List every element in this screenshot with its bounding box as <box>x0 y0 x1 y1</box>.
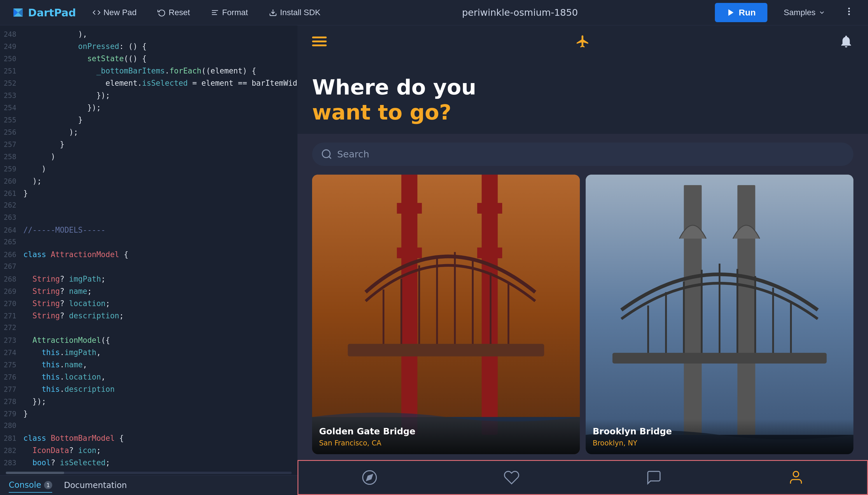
cards-scroll-fade <box>856 175 868 460</box>
phone-bell-icon[interactable] <box>839 34 853 51</box>
code-line: 257 } <box>0 138 298 151</box>
editor-panel: 248 ),249 onPressed: () {250 setState(()… <box>0 25 298 495</box>
code-line: 269 String? name; <box>0 285 298 297</box>
code-line: 279} <box>0 408 298 420</box>
code-line: 259 ) <box>0 163 298 175</box>
code-line: 270 String? location; <box>0 297 298 310</box>
code-line: 268 String? imgPath; <box>0 273 298 285</box>
code-line: 277 this.description <box>0 383 298 396</box>
card-golden-gate[interactable]: Golden Gate Bridge San Francisco, CA <box>312 175 580 454</box>
format-icon <box>211 8 219 17</box>
install-sdk-button[interactable]: Install SDK <box>264 5 325 19</box>
svg-rect-18 <box>482 175 498 435</box>
card-brooklyn-title: Brooklyn Bridge <box>592 426 847 437</box>
svg-rect-17 <box>401 175 417 435</box>
logo: DartPad <box>12 6 76 19</box>
golden-gate-image <box>312 175 580 454</box>
destination-cards: Golden Gate Bridge San Francisco, CA <box>298 175 868 460</box>
code-icon <box>93 8 101 17</box>
nav-chat[interactable] <box>642 466 666 489</box>
code-line: 264//-----MODELS----- <box>0 224 298 236</box>
code-line: 248 ), <box>0 28 298 40</box>
topbar: DartPad New Pad Reset Format Install SDK <box>0 0 868 25</box>
code-line: 272 <box>0 322 298 335</box>
horizontal-scrollbar[interactable] <box>0 471 298 475</box>
code-line: 263 <box>0 212 298 224</box>
phone-topbar <box>298 25 868 60</box>
code-line: 276 this.location, <box>0 371 298 383</box>
code-line: 260 ); <box>0 175 298 187</box>
code-line: 274 this.imgPath, <box>0 347 298 359</box>
nav-user[interactable] <box>784 466 807 489</box>
reset-icon <box>157 8 166 17</box>
main-content: 248 ),249 onPressed: () {250 setState(()… <box>0 25 868 495</box>
code-line: 271 String? description; <box>0 310 298 322</box>
play-icon <box>727 8 735 17</box>
samples-button[interactable]: Samples <box>779 5 830 19</box>
brooklyn-image <box>586 175 853 454</box>
download-icon <box>269 8 277 17</box>
nav-compass[interactable] <box>358 466 381 489</box>
preview-panel: Where do you want to go? Search <box>298 25 868 495</box>
run-button[interactable]: Run <box>715 3 767 22</box>
svg-point-14 <box>322 150 330 158</box>
svg-rect-13 <box>312 44 327 46</box>
svg-point-49 <box>793 472 799 477</box>
svg-point-10 <box>848 13 850 15</box>
dartpad-logo-icon <box>12 6 24 19</box>
phone-search-bar[interactable]: Search <box>312 142 853 166</box>
chevron-down-icon <box>818 9 825 16</box>
code-line: 280 <box>0 420 298 432</box>
search-placeholder: Search <box>337 149 369 160</box>
tab-console[interactable]: Console 1 <box>9 478 52 493</box>
svg-rect-22 <box>477 248 502 258</box>
svg-point-8 <box>848 7 850 9</box>
code-line: 253 }); <box>0 89 298 102</box>
hero-title-line1: Where do you <box>312 75 853 100</box>
code-line: 261} <box>0 187 298 200</box>
card-golden-gate-overlay: Golden Gate Bridge San Francisco, CA <box>312 419 580 454</box>
nav-heart[interactable] <box>500 466 523 489</box>
code-line: 281class BottomBarModel { <box>0 432 298 445</box>
logo-text: DartPad <box>28 7 76 19</box>
card-golden-gate-subtitle: San Francisco, CA <box>319 439 573 447</box>
phone-menu-icon[interactable] <box>312 34 327 51</box>
code-line: 254 }); <box>0 102 298 114</box>
code-line: 273 AttractionModel({ <box>0 335 298 347</box>
project-title: periwinkle-osmium-1850 <box>337 7 703 18</box>
svg-marker-7 <box>728 9 734 16</box>
reset-button[interactable]: Reset <box>153 5 195 19</box>
phone-bottom-nav <box>298 460 868 495</box>
svg-rect-34 <box>684 185 702 435</box>
scroll-thumb <box>6 472 64 474</box>
phone-mockup: Where do you want to go? Search <box>298 25 868 495</box>
code-line: 265 <box>0 236 298 249</box>
card-golden-gate-title: Golden Gate Bridge <box>319 426 573 437</box>
search-icon <box>321 148 333 160</box>
phone-hero: Where do you want to go? <box>298 60 868 134</box>
svg-rect-16 <box>312 175 580 454</box>
code-line: 282 IconData? icon; <box>0 445 298 457</box>
scroll-track <box>6 472 292 474</box>
svg-rect-19 <box>397 203 422 214</box>
code-line: 255 } <box>0 114 298 126</box>
format-button[interactable]: Format <box>206 5 253 19</box>
new-pad-button[interactable]: New Pad <box>88 5 141 19</box>
code-line: 266class AttractionModel { <box>0 249 298 261</box>
bottom-tabs: Console 1 Documentation <box>0 475 298 495</box>
svg-rect-45 <box>613 353 827 363</box>
card-brooklyn-overlay: Brooklyn Bridge Brooklyn, NY <box>586 419 853 454</box>
svg-rect-20 <box>397 248 422 258</box>
svg-marker-48 <box>367 475 372 480</box>
svg-point-9 <box>848 11 850 12</box>
tab-documentation[interactable]: Documentation <box>64 478 127 492</box>
code-line: 252 element.isSelected = element == barI… <box>0 77 298 89</box>
card-brooklyn[interactable]: Brooklyn Bridge Brooklyn, NY <box>586 175 853 454</box>
code-line: 249 onPressed: () { <box>0 40 298 53</box>
more-menu-button[interactable] <box>842 4 856 21</box>
card-brooklyn-subtitle: Brooklyn, NY <box>592 439 847 447</box>
code-line: 256 ); <box>0 126 298 138</box>
code-line: 278 }); <box>0 396 298 408</box>
code-line: 267 <box>0 261 298 273</box>
code-editor[interactable]: 248 ),249 onPressed: () {250 setState(()… <box>0 25 298 471</box>
